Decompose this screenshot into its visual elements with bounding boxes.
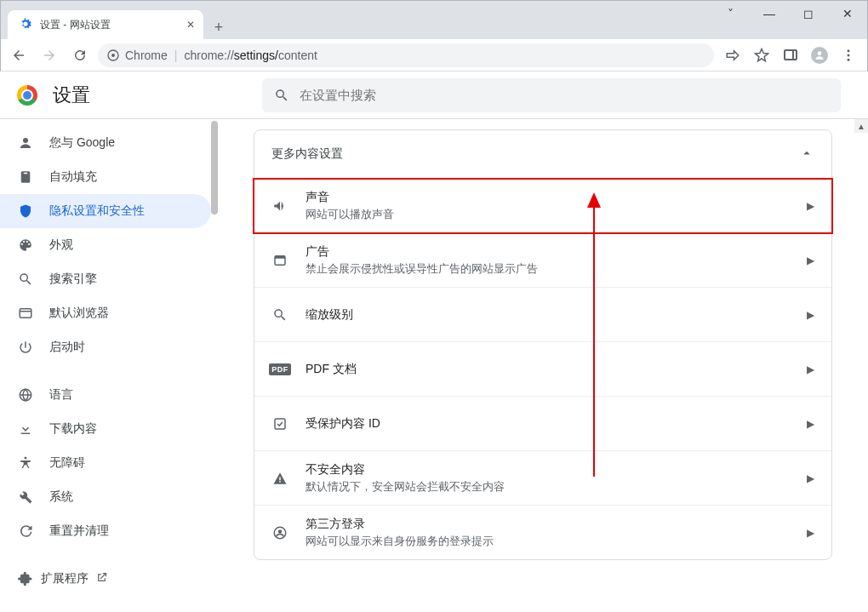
maximize-button[interactable]: ◻ (789, 1, 828, 26)
profile-avatar[interactable] (806, 42, 833, 69)
chrome-badge-text: Chrome (125, 49, 168, 62)
sidebar-item-label: 无障碍 (49, 455, 85, 471)
svg-point-9 (25, 457, 27, 460)
separator: | (174, 49, 178, 62)
omnibar-actions (719, 42, 862, 69)
row-title: 声音 (306, 190, 790, 205)
row-title: 缩放级别 (306, 307, 353, 323)
row-title: 受保护内容 ID (306, 416, 380, 432)
new-tab-button[interactable]: + (207, 15, 231, 39)
content-scrollbar[interactable]: ▲ (854, 119, 868, 612)
row-insecure-content[interactable]: 不安全内容 默认情况下，安全网站会拦截不安全内容 ▶ (254, 450, 831, 505)
window-icon (271, 253, 288, 268)
share-icon[interactable] (719, 42, 746, 69)
svg-point-1 (111, 54, 115, 57)
sidebar-scrollbar[interactable] (211, 121, 218, 598)
clipboard-icon (17, 169, 34, 185)
row-protected-content[interactable]: 受保护内容 ID ▶ (254, 396, 831, 450)
row-federated-identity[interactable]: 第三方登录 网站可以显示来自身份服务的登录提示 ▶ (254, 505, 831, 559)
sidebar-item-downloads[interactable]: 下载内容 (0, 412, 211, 446)
forward-button[interactable] (37, 43, 62, 68)
download-icon (17, 421, 34, 437)
sidebar-item-label: 默认浏览器 (49, 306, 109, 321)
page-title: 设置 (53, 83, 90, 108)
side-panel-icon[interactable] (777, 42, 804, 69)
row-ads[interactable]: 广告 禁止会展示侵扰性或误导性广告的网站显示广告 ▶ (254, 232, 831, 287)
power-icon (17, 340, 34, 355)
sidebar-item-label: 自动填充 (49, 169, 97, 185)
back-button[interactable] (6, 43, 31, 68)
person-icon (17, 135, 34, 151)
sidebar-item-on-startup[interactable]: 启动时 (0, 330, 211, 364)
sidebar-item-label: 外观 (49, 237, 73, 253)
search-icon (17, 272, 34, 287)
chevron-up-icon (799, 146, 814, 163)
svg-point-14 (278, 529, 283, 534)
wrench-icon (17, 489, 34, 505)
main-area: 您与 Google 自动填充 隐私设置和安全性 外观 搜索引擎 默认浏览器 启动… (0, 119, 868, 612)
omnibar: Chrome | chrome://settings/content (0, 39, 868, 71)
settings-header: 设置 (0, 71, 868, 119)
account-circle-icon (271, 525, 288, 541)
close-tab-icon[interactable]: ✕ (186, 19, 195, 31)
address-bar[interactable]: Chrome | chrome://settings/content (98, 43, 714, 67)
chevron-down-icon[interactable]: ˅ (711, 1, 750, 26)
chevron-right-icon: ▶ (807, 472, 814, 484)
sidebar-item-you-and-google[interactable]: 您与 Google (0, 126, 211, 160)
close-window-button[interactable]: ✕ (828, 1, 867, 26)
kebab-menu-icon[interactable] (835, 42, 862, 69)
sidebar-item-label: 重置并清理 (49, 523, 109, 539)
chevron-right-icon: ▶ (807, 418, 814, 430)
sidebar-item-reset[interactable]: 重置并清理 (0, 514, 211, 548)
minimize-button[interactable]: — (750, 1, 789, 26)
row-title: PDF 文档 (306, 362, 357, 377)
sidebar-item-default-browser[interactable]: 默认浏览器 (0, 296, 211, 330)
sidebar-item-label: 系统 (49, 489, 73, 505)
globe-icon (17, 387, 34, 403)
sidebar-item-system[interactable]: 系统 (0, 480, 211, 514)
reload-button[interactable] (67, 43, 93, 68)
search-icon (274, 88, 289, 103)
row-title: 第三方登录 (306, 517, 790, 532)
settings-search[interactable] (262, 78, 841, 112)
chevron-right-icon: ▶ (807, 309, 814, 321)
row-zoom-levels[interactable]: 缩放级别 ▶ (254, 287, 831, 341)
sidebar-item-accessibility[interactable]: 无障碍 (0, 446, 211, 480)
sidebar-item-search-engine[interactable]: 搜索引擎 (0, 262, 211, 296)
sidebar-item-label: 您与 Google (49, 135, 115, 151)
row-subtitle: 网站可以播放声音 (306, 207, 790, 222)
sidebar-item-appearance[interactable]: 外观 (0, 228, 211, 262)
url-text: chrome://settings/content (184, 49, 317, 62)
svg-point-6 (23, 138, 28, 143)
row-subtitle: 默认情况下，安全网站会拦截不安全内容 (306, 479, 790, 495)
sidebar-item-extensions[interactable]: 扩展程序 (0, 562, 211, 596)
extension-icon (17, 571, 34, 586)
chevron-right-icon: ▶ (807, 255, 814, 266)
bookmark-star-icon[interactable] (748, 42, 775, 69)
sidebar-item-label: 隐私设置和安全性 (49, 203, 145, 219)
chrome-badge: Chrome (106, 49, 168, 62)
svg-point-2 (818, 51, 822, 55)
tab-title: 设置 - 网站设置 (40, 18, 180, 32)
content-area: 更多内容设置 声音 网站可以播放声音 ▶ 广告 禁止会展示侵扰性或误导性广告的网… (218, 119, 868, 612)
row-sound[interactable]: 声音 网站可以播放声音 ▶ (254, 178, 831, 232)
sidebar-item-label: 扩展程序 (41, 571, 89, 586)
row-title: 广告 (306, 244, 790, 260)
browser-tab[interactable]: 设置 - 网站设置 ✕ (8, 10, 203, 39)
sidebar-item-languages[interactable]: 语言 (0, 378, 211, 412)
sidebar-item-label: 语言 (49, 387, 73, 403)
sidebar-item-label: 下载内容 (49, 421, 97, 437)
scroll-up-arrow-icon[interactable]: ▲ (854, 119, 868, 133)
section-header-more-content[interactable]: 更多内容设置 (254, 130, 831, 178)
row-subtitle: 网站可以显示来自身份服务的登录提示 (306, 534, 790, 549)
search-input[interactable] (300, 88, 829, 102)
svg-point-5 (848, 58, 850, 60)
zoom-icon (271, 307, 288, 323)
row-title: 不安全内容 (306, 462, 790, 478)
sidebar-item-privacy-security[interactable]: 隐私设置和安全性 (0, 194, 211, 228)
row-pdf-documents[interactable]: PDF PDF 文档 ▶ (254, 341, 831, 396)
sidebar: 您与 Google 自动填充 隐私设置和安全性 外观 搜索引擎 默认浏览器 启动… (0, 119, 218, 612)
sidebar-item-autofill[interactable]: 自动填充 (0, 160, 211, 194)
verified-icon (271, 416, 288, 432)
pdf-icon: PDF (271, 363, 288, 375)
